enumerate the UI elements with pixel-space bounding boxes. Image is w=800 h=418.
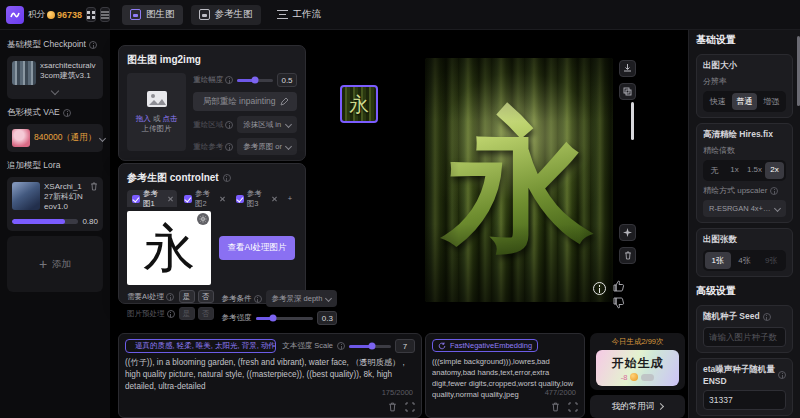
controlnet-tab-1[interactable]: 参考图1	[127, 190, 177, 207]
check-icon[interactable]	[132, 195, 140, 203]
compare-button[interactable]	[619, 83, 636, 100]
size-title: 出图大小	[703, 60, 786, 72]
info-icon[interactable]	[63, 109, 71, 117]
delete-button[interactable]	[619, 247, 636, 264]
scale-slider[interactable]	[349, 345, 391, 348]
upload-click-text[interactable]: 点击	[162, 114, 177, 123]
add-lora-button[interactable]: + 添加	[7, 236, 103, 292]
controlnet-add-tab[interactable]: +	[283, 190, 297, 207]
info-icon[interactable]	[225, 76, 233, 84]
tab-img2img[interactable]: 图生图	[122, 5, 183, 25]
view-ai-processed-button[interactable]: 查看AI处理图片	[219, 236, 294, 260]
hires-option-2x[interactable]: 2x	[765, 162, 784, 179]
controlnet-tab-3[interactable]: 参考图3	[231, 190, 281, 207]
close-icon[interactable]	[272, 196, 276, 201]
denoise-slider[interactable]	[237, 79, 273, 82]
size-option-fast[interactable]: 快速	[705, 93, 731, 110]
hires-segment: 无 1x 1.5x 2x	[703, 160, 786, 181]
denoise-value[interactable]: 0.5	[277, 73, 297, 87]
download-button[interactable]	[619, 60, 636, 77]
scale-value[interactable]: 7	[395, 339, 415, 353]
count-option-4[interactable]: 4张	[732, 252, 758, 269]
hires-option-none[interactable]: 无	[705, 162, 724, 179]
need-ai-yes-button[interactable]: 是	[179, 290, 195, 303]
ensd-label: eta噪声种子随机量 ENSD	[703, 364, 775, 386]
negative-prompt-text[interactable]: (((simple background))),lowres,bad anato…	[432, 356, 578, 400]
positive-prompt-text[interactable]: ((竹子)), in a blooming garden, (fresh and…	[125, 357, 415, 400]
check-icon[interactable]	[236, 195, 244, 203]
lora-card[interactable]: XSArchi_127新科幻Neov1.0 0.80	[7, 177, 103, 231]
vae-card[interactable]: 840000（通用）	[7, 124, 103, 152]
condition-dropdown[interactable]: 参考景深 depth	[266, 290, 338, 307]
checkpoint-card[interactable]: xsarchitecturalv3com建筑v3.1	[7, 56, 103, 99]
chevron-down-icon[interactable]	[51, 87, 59, 95]
need-ai-no-button[interactable]: 否	[198, 290, 214, 303]
upscaler-dropdown[interactable]: R-ESRGAN 4x+（适合多种风	[703, 200, 786, 217]
expand-icon[interactable]	[568, 402, 578, 412]
info-icon[interactable]	[223, 174, 231, 182]
controlnet-reference-image[interactable]: 永	[127, 211, 211, 285]
image-info-icon[interactable]	[593, 282, 606, 295]
size-option-normal[interactable]: 普通	[732, 93, 758, 110]
hires-option-1x[interactable]: 1x	[725, 162, 744, 179]
add-label: 添加	[52, 258, 71, 271]
close-icon[interactable]	[220, 196, 224, 201]
check-icon[interactable]	[184, 195, 192, 203]
chevron-down-icon[interactable]	[99, 134, 106, 141]
trash-icon[interactable]	[90, 182, 98, 191]
seed-input[interactable]	[703, 327, 786, 347]
image-upload-dropzone[interactable]: 拖入 或 点击 上传图片	[127, 73, 186, 151]
region-dropdown[interactable]: 涂抹区域 in	[237, 116, 297, 133]
info-icon[interactable]	[89, 41, 97, 49]
negative-preset-tag[interactable]: FastNegativeEmbedding	[432, 339, 538, 352]
info-icon[interactable]	[166, 293, 174, 301]
trash-icon[interactable]	[551, 402, 560, 412]
close-icon[interactable]	[168, 196, 172, 201]
info-icon[interactable]	[763, 313, 771, 321]
img2img-title-text: 图生图 img2img	[127, 53, 201, 67]
reference-dropdown[interactable]: 参考原图 or	[237, 138, 297, 155]
preprocess-yes-button: 是	[179, 307, 195, 320]
gear-icon[interactable]	[197, 213, 209, 225]
info-icon[interactable]	[770, 187, 778, 195]
menu-button[interactable]	[100, 7, 110, 22]
condition-label: 参考条件	[222, 294, 262, 304]
size-option-enhanced[interactable]: 增强	[758, 93, 784, 110]
thumb-up-icon[interactable]	[613, 280, 625, 292]
hires-option-1-5x[interactable]: 1.5x	[745, 162, 764, 179]
tab-workflow[interactable]: 工作流	[269, 5, 330, 25]
grid-view-button[interactable]	[86, 7, 96, 22]
result-thumbnail[interactable]: 永	[340, 85, 378, 123]
img2img-icon	[130, 9, 141, 20]
info-icon[interactable]	[254, 295, 262, 303]
img2img-panel: 图生图 img2img 拖入 或 点击 上传图片 重绘幅度 0.5 局部重绘 i…	[118, 45, 306, 161]
prompt-preset-tag[interactable]: 逼真的质感, 轻柔, 唯美, 太阳光, 背景, 动作, 最佳质量	[125, 339, 276, 353]
info-icon[interactable]	[778, 371, 786, 379]
trash-icon[interactable]	[388, 402, 397, 412]
my-phrases-button[interactable]: 我的常用词	[590, 395, 685, 418]
controlnet-tab-2[interactable]: 参考图2	[179, 190, 229, 207]
app-logo-icon[interactable]	[6, 6, 24, 24]
ensd-input[interactable]	[703, 390, 786, 410]
strength-slider[interactable]	[256, 317, 314, 320]
generated-image[interactable]: 永	[425, 58, 613, 302]
negative-prompt-box: FastNegativeEmbedding (((simple backgrou…	[425, 333, 585, 418]
lora-weight-slider[interactable]: 0.80	[12, 217, 98, 226]
mode-tabs: 图生图 参考生图 工作流	[110, 5, 329, 25]
expand-icon[interactable]	[405, 402, 415, 412]
inpainting-button[interactable]: 局部重绘 inpainting	[193, 92, 297, 111]
thumb-down-icon[interactable]	[613, 297, 625, 309]
count-option-1[interactable]: 1张	[705, 252, 731, 269]
info-icon[interactable]	[337, 342, 345, 350]
region-label: 重绘区域	[193, 120, 233, 130]
tab-reference-generate[interactable]: 参考生图	[191, 5, 261, 25]
credits-display[interactable]: 积分 96738	[28, 9, 82, 21]
enhance-button[interactable]	[619, 224, 636, 241]
strength-value[interactable]: 0.3	[317, 311, 337, 325]
credits-value: 96738	[57, 10, 82, 20]
canvas-scrollbar[interactable]	[631, 102, 634, 140]
seed-label: 随机种子 Seed	[703, 311, 760, 323]
lora-thumbnail	[12, 182, 40, 210]
start-generate-button[interactable]: 开始生成 -8	[596, 350, 679, 386]
seed-card: 随机种子 Seed	[696, 305, 793, 353]
